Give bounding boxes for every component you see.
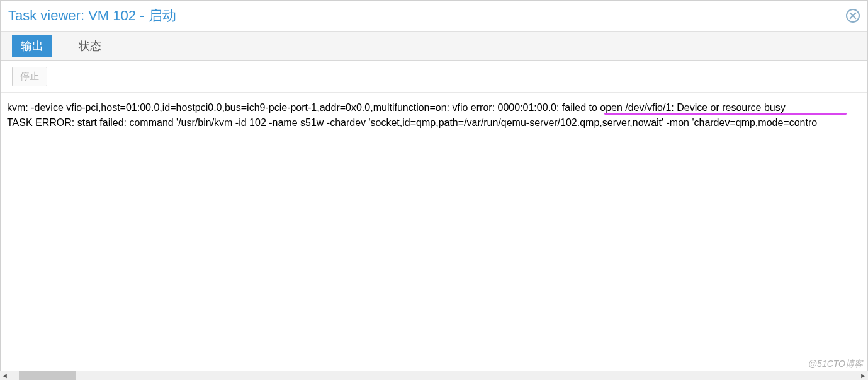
horizontal-scrollbar[interactable]: ◄ ►	[0, 371, 868, 380]
toolbar: 停止	[1, 61, 867, 93]
scroll-left-arrow[interactable]: ◄	[0, 371, 9, 381]
titlebar: Task viewer: VM 102 - 启动	[1, 1, 867, 31]
tab-output[interactable]: 输出	[12, 35, 52, 57]
close-icon	[849, 12, 857, 20]
tab-status[interactable]: 状态	[70, 35, 110, 57]
close-button[interactable]	[846, 9, 860, 23]
task-viewer-window: Task viewer: VM 102 - 启动 输出 状态 停止 kvm: -…	[0, 0, 868, 380]
log-line-2: TASK ERROR: start failed: command '/usr/…	[7, 115, 817, 130]
scroll-right-arrow[interactable]: ►	[859, 371, 868, 381]
tab-bar: 输出 状态	[1, 31, 867, 61]
scroll-thumb[interactable]	[19, 371, 76, 380]
window-title: Task viewer: VM 102 - 启动	[8, 6, 176, 25]
stop-button[interactable]: 停止	[12, 67, 47, 86]
content-area: kvm: -device vfio-pci,host=01:00.0,id=ho…	[1, 93, 867, 379]
highlight-underline	[604, 113, 847, 115]
scroll-track[interactable]	[9, 371, 859, 380]
log-output: kvm: -device vfio-pci,host=01:00.0,id=ho…	[1, 93, 867, 138]
